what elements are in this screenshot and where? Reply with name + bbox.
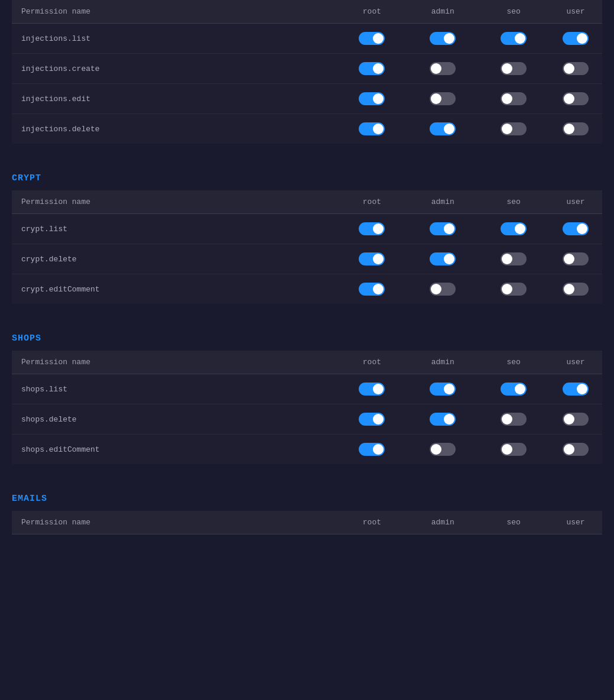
cell-seo [478, 214, 549, 244]
toggle-crypt.list-root[interactable] [359, 222, 385, 235]
cell-seo [478, 84, 549, 114]
cell-root [336, 54, 407, 84]
toggle-injections.delete-user[interactable] [563, 122, 589, 135]
col-header-admin: admin [407, 511, 478, 534]
toggle-injections.edit-admin[interactable] [430, 92, 456, 105]
col-header-admin: admin [407, 190, 478, 214]
section-title-shops: SHOPS [12, 322, 602, 351]
cell-user [549, 374, 602, 404]
toggle-shops.editComment-root[interactable] [359, 443, 385, 456]
table-row: crypt.editComment [12, 274, 602, 304]
table-row: shops.list [12, 374, 602, 404]
col-header-user: user [549, 0, 602, 24]
cell-root [336, 404, 407, 435]
permissions-table-crypt: Permission namerootadminseousercrypt.lis… [12, 190, 602, 304]
toggle-crypt.delete-user[interactable] [563, 252, 589, 265]
table-row: crypt.list [12, 214, 602, 244]
col-header-user: user [549, 511, 602, 534]
toggle-injections.list-admin[interactable] [430, 32, 456, 45]
toggle-injections.edit-user[interactable] [563, 92, 589, 105]
toggle-crypt.editComment-seo[interactable] [501, 283, 527, 296]
toggle-shops.editComment-seo[interactable] [501, 443, 527, 456]
permission-name: injections.create [12, 54, 336, 84]
table-row: shops.editComment [12, 435, 602, 465]
toggle-shops.delete-admin[interactable] [430, 413, 456, 426]
toggle-injections.edit-root[interactable] [359, 92, 385, 105]
toggle-crypt.delete-root[interactable] [359, 252, 385, 265]
toggle-injections.edit-seo[interactable] [501, 92, 527, 105]
toggle-knob [564, 124, 574, 134]
toggle-injections.delete-admin[interactable] [430, 122, 456, 135]
toggle-knob [577, 33, 587, 44]
cell-root [336, 274, 407, 304]
toggle-shops.list-admin[interactable] [430, 383, 456, 396]
toggle-injections.create-user[interactable] [563, 62, 589, 75]
cell-root [336, 114, 407, 144]
table-row: shops.delete [12, 404, 602, 435]
cell-seo [478, 435, 549, 465]
toggle-shops.delete-user[interactable] [563, 413, 589, 426]
toggle-knob [564, 444, 574, 455]
toggle-shops.list-seo[interactable] [501, 383, 527, 396]
cell-seo [478, 24, 549, 54]
toggle-injections.delete-root[interactable] [359, 122, 385, 135]
toggle-crypt.list-user[interactable] [563, 222, 589, 235]
toggle-crypt.list-seo[interactable] [501, 222, 527, 235]
col-header-permission-name: Permission name [12, 351, 336, 374]
cell-admin [407, 274, 478, 304]
cell-user [549, 274, 602, 304]
toggle-injections.create-admin[interactable] [430, 62, 456, 75]
toggle-injections.list-seo[interactable] [501, 32, 527, 45]
toggle-injections.create-seo[interactable] [501, 62, 527, 75]
toggle-shops.editComment-admin[interactable] [430, 443, 456, 456]
toggle-crypt.editComment-root[interactable] [359, 283, 385, 296]
toggle-crypt.delete-seo[interactable] [501, 252, 527, 265]
toggle-injections.list-user[interactable] [563, 32, 589, 45]
cell-admin [407, 84, 478, 114]
permission-name: injections.delete [12, 114, 336, 144]
cell-root [336, 24, 407, 54]
section-title-emails: EMAILS [12, 482, 602, 511]
toggle-crypt.editComment-user[interactable] [563, 283, 589, 296]
cell-user [549, 435, 602, 465]
cell-admin [407, 404, 478, 435]
toggle-injections.create-root[interactable] [359, 62, 385, 75]
cell-admin [407, 435, 478, 465]
col-header-root: root [336, 511, 407, 534]
section-emails: EMAILSPermission namerootadminseouser [12, 482, 602, 534]
cell-seo [478, 404, 549, 435]
permission-name: crypt.delete [12, 244, 336, 274]
cell-root [336, 214, 407, 244]
page-container: Permission namerootadminseouserinjection… [0, 0, 614, 534]
col-header-root: root [336, 0, 407, 24]
section-crypt: CRYPTPermission namerootadminseousercryp… [12, 161, 602, 304]
permission-name: shops.editComment [12, 435, 336, 465]
col-header-root: root [336, 190, 407, 214]
col-header-permission-name: Permission name [12, 0, 336, 24]
toggle-shops.list-user[interactable] [563, 383, 589, 396]
section-title-crypt: CRYPT [12, 161, 602, 190]
toggle-knob [577, 223, 587, 234]
toggle-crypt.list-admin[interactable] [430, 222, 456, 235]
toggle-shops.list-root[interactable] [359, 383, 385, 396]
toggle-crypt.editComment-admin[interactable] [430, 283, 456, 296]
toggle-knob [577, 384, 587, 394]
toggle-shops.editComment-user[interactable] [563, 443, 589, 456]
section-injections-top: Permission namerootadminseouserinjection… [12, 0, 602, 144]
col-header-admin: admin [407, 351, 478, 374]
cell-admin [407, 24, 478, 54]
toggle-crypt.delete-admin[interactable] [430, 252, 456, 265]
section-shops: SHOPSPermission namerootadminseousershop… [12, 322, 602, 464]
toggle-shops.delete-root[interactable] [359, 413, 385, 426]
col-header-user: user [549, 190, 602, 214]
toggle-injections.delete-seo[interactable] [501, 122, 527, 135]
toggle-knob [564, 63, 574, 74]
toggle-injections.list-root[interactable] [359, 32, 385, 45]
col-header-admin: admin [407, 0, 478, 24]
cell-seo [478, 114, 549, 144]
cell-seo [478, 374, 549, 404]
cell-root [336, 435, 407, 465]
cell-root [336, 244, 407, 274]
toggle-shops.delete-seo[interactable] [501, 413, 527, 426]
col-header-seo: seo [478, 0, 549, 24]
